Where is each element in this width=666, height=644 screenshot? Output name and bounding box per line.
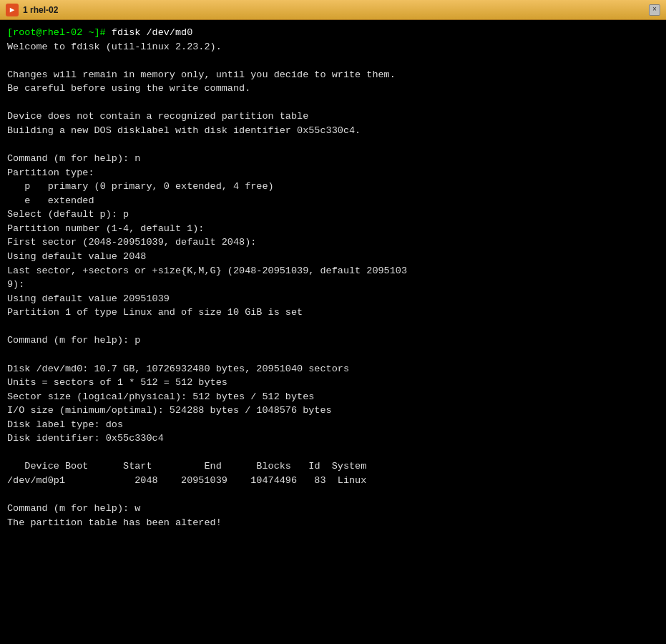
terminal-output: [root@rhel-02 ~]# fdisk /dev/md0 Welcome… (7, 26, 659, 530)
title-bar-icon: ▶ (6, 4, 19, 16)
close-button[interactable]: × (649, 4, 660, 16)
title-bar: ▶ 1 rhel-02 × (0, 0, 666, 20)
tab-label[interactable]: 1 rhel-02 (23, 5, 645, 15)
terminal-window[interactable]: [root@rhel-02 ~]# fdisk /dev/md0 Welcome… (0, 20, 666, 644)
